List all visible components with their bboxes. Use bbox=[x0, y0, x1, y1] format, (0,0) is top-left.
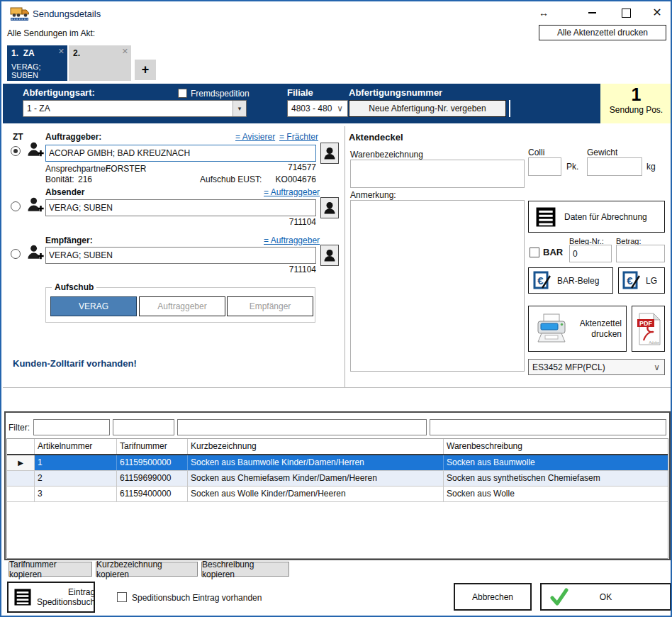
auftraggeber-person-button[interactable] bbox=[320, 143, 339, 164]
eintrag-speditionsbuch-button[interactable]: EintragSpeditionsbuch bbox=[7, 582, 95, 613]
add-person-icon[interactable] bbox=[27, 140, 45, 162]
bar-checkbox[interactable] bbox=[530, 248, 539, 257]
auftraggeber-radio[interactable] bbox=[11, 146, 21, 156]
speditionsbuch-checkbox-label: Speditionsbuch Eintrag vorhanden bbox=[132, 593, 262, 603]
add-person-icon[interactable] bbox=[27, 243, 45, 265]
aufschub-verag-button[interactable]: VERAG bbox=[50, 296, 137, 316]
bar-beleg-label: BAR-Beleg bbox=[557, 276, 599, 286]
lg-button[interactable]: € LG bbox=[618, 267, 665, 294]
chevron-down-icon[interactable]: ∨ bbox=[649, 362, 664, 372]
table-cell[interactable]: Socken aus Baumwolle bbox=[444, 455, 668, 470]
filter-artikelnummer-input[interactable] bbox=[33, 419, 110, 435]
filter-kurzbezeichnung-input[interactable] bbox=[177, 419, 427, 435]
betrag-input[interactable] bbox=[616, 245, 665, 262]
table-row[interactable]: ▶161159500000Socken aus Baumwolle Kinder… bbox=[7, 455, 668, 471]
pdf-button[interactable]: PDF Adobe bbox=[632, 306, 665, 352]
abfertigungsnummer-label: Abfertigungsnummer bbox=[349, 87, 442, 98]
print-all-aktenzettel-button[interactable]: Alle Aktenzettel drucken bbox=[539, 25, 666, 40]
check-icon bbox=[550, 588, 569, 606]
warenbezeichnung-textarea[interactable] bbox=[350, 160, 525, 188]
pdf-icon: PDF Adobe bbox=[637, 313, 661, 345]
speditionsbuch-checkbox[interactable] bbox=[117, 592, 127, 602]
aufschub-auftraggeber-button[interactable]: Auftraggeber bbox=[139, 296, 225, 316]
absender-person-button[interactable] bbox=[320, 197, 339, 218]
fremdspedition-checkbox[interactable] bbox=[178, 89, 187, 98]
tab-shipment-1[interactable]: 1. ZA ✕ VERAG; SUBEN bbox=[7, 45, 67, 81]
table-cell[interactable]: 2 bbox=[35, 471, 117, 486]
close-icon[interactable]: ✕ bbox=[649, 5, 665, 19]
column-header-kurzbezeichnung[interactable]: Kurzbezeichnung bbox=[188, 439, 444, 454]
table-cell[interactable]: Socken aus Wolle bbox=[444, 487, 668, 501]
filiale-select[interactable]: 4803 - 480 ∨ bbox=[287, 100, 348, 117]
chevron-down-icon[interactable]: ∨ bbox=[332, 104, 347, 113]
table-cell[interactable]: Socken aus Chemiefasem Kinder/Damen/Heer… bbox=[188, 471, 444, 486]
abfertigungsart-select[interactable]: 1 - ZA ▾ bbox=[23, 100, 247, 117]
empfaenger-auftraggeber-link[interactable]: = Auftraggeber bbox=[264, 235, 320, 245]
copy-tarifnummer-button[interactable]: Tarifnummer kopieren bbox=[9, 562, 92, 577]
aufschub-eust-label: Aufschub EUST: bbox=[200, 174, 262, 184]
column-header-artikelnummer[interactable]: Artikelnummer bbox=[35, 439, 117, 454]
kg-label: kg bbox=[646, 162, 656, 172]
cancel-button[interactable]: Abbrechen bbox=[454, 583, 532, 611]
table-cell[interactable]: 61159400000 bbox=[117, 487, 188, 501]
empfaenger-radio[interactable] bbox=[11, 249, 21, 259]
auftraggeber-input[interactable] bbox=[45, 145, 316, 162]
beleg-nr-input[interactable] bbox=[569, 245, 612, 262]
ansprechpartner-label: Ansprechpartner: bbox=[45, 164, 111, 174]
articles-table-body: ▶161159500000Socken aus Baumwolle Kinder… bbox=[7, 455, 668, 502]
filter-tarifnummer-input[interactable] bbox=[113, 419, 174, 435]
svg-text:€: € bbox=[627, 274, 633, 287]
empfaenger-input[interactable] bbox=[45, 247, 316, 264]
all-shipments-label: Alle Sendungen im Akt: bbox=[7, 28, 95, 38]
pk-label: Pk. bbox=[566, 162, 578, 172]
absender-input[interactable] bbox=[45, 199, 316, 216]
absender-auftraggeber-link[interactable]: = Auftraggeber bbox=[264, 187, 320, 197]
tab1-close-icon[interactable]: ✕ bbox=[58, 47, 65, 56]
column-header-warenbeschreibung[interactable]: Warenbeschreibung bbox=[444, 439, 668, 454]
add-person-icon[interactable] bbox=[27, 196, 45, 218]
table-row[interactable]: 261159699000Socken aus Chemiefasem Kinde… bbox=[7, 471, 668, 487]
empfaenger-person-button[interactable] bbox=[320, 245, 339, 266]
avisierer-link[interactable]: = Avisierer bbox=[235, 132, 275, 142]
absender-label: Absender bbox=[45, 187, 84, 197]
tab-shipment-2[interactable]: 2. ✕ bbox=[69, 45, 131, 81]
warenbezeichnung-label: Warenbezeichnung bbox=[350, 150, 423, 160]
daten-abrechnung-button[interactable]: Daten für Abrechnung bbox=[528, 201, 665, 233]
absender-radio[interactable] bbox=[11, 201, 21, 211]
gewicht-input[interactable] bbox=[587, 157, 642, 176]
new-abfertigungsnummer-button[interactable]: Neue Abfertigung-Nr. vergeben bbox=[349, 100, 506, 117]
table-cell[interactable]: 61159500000 bbox=[117, 455, 188, 470]
copy-beschreibung-button[interactable]: Beschreibung kopieren bbox=[201, 562, 289, 577]
table-row[interactable]: 361159400000Socken aus Wolle Kinder/Dame… bbox=[7, 487, 668, 502]
aufschub-group: Aufschub VERAG Auftraggeber Empfänger bbox=[45, 287, 315, 323]
aktendeckel-title: Aktendeckel bbox=[349, 132, 403, 143]
eintrag-label: EintragSpeditionsbuch bbox=[37, 587, 95, 607]
table-cell[interactable]: Socken aus Baumwolle Kinder/Damen/Herren bbox=[188, 455, 444, 470]
row-selector bbox=[7, 487, 35, 501]
aktenzettel-drucken-button[interactable]: Aktenzetteldrucken bbox=[528, 306, 627, 352]
minimize-icon[interactable] bbox=[584, 6, 600, 20]
column-header-tarifnummer[interactable]: Tarifnummer bbox=[117, 439, 188, 454]
colli-label: Colli bbox=[528, 148, 544, 157]
printer-select[interactable]: ES3452 MFP(PCL) ∨ bbox=[528, 359, 665, 375]
table-cell[interactable]: Socken aus Wolle Kinder/Damen/Heeren bbox=[188, 487, 444, 501]
position-label: Sendung Pos. bbox=[600, 105, 672, 115]
filter-warenbeschreibung-input[interactable] bbox=[430, 419, 666, 435]
ok-button[interactable]: OK bbox=[540, 583, 671, 611]
resize-icon[interactable]: ↔ bbox=[536, 6, 551, 20]
add-shipment-button[interactable]: + bbox=[135, 60, 156, 80]
anmerkung-textarea[interactable] bbox=[350, 200, 525, 372]
fraechter-link[interactable]: = Frächter bbox=[279, 132, 318, 142]
copy-kurzbezeichnung-button[interactable]: Kurzbezeichnung kopieren bbox=[96, 562, 198, 577]
table-cell[interactable]: 1 bbox=[35, 455, 117, 470]
tab2-close-icon[interactable]: ✕ bbox=[122, 47, 128, 56]
table-cell[interactable]: 61159699000 bbox=[117, 471, 188, 486]
colli-input[interactable] bbox=[528, 157, 561, 176]
bar-beleg-button[interactable]: € BAR-Beleg bbox=[528, 267, 613, 294]
aufschub-empfaenger-button[interactable]: Empfänger bbox=[227, 296, 313, 316]
dropdown-arrow-icon[interactable]: ▾ bbox=[233, 101, 246, 116]
table-cell[interactable]: 3 bbox=[35, 487, 117, 501]
row-selector-arrow: ▶ bbox=[7, 455, 35, 470]
table-cell[interactable]: Socken aus synthetischen Chemiefasem bbox=[444, 471, 668, 486]
maximize-icon[interactable] bbox=[618, 6, 634, 20]
